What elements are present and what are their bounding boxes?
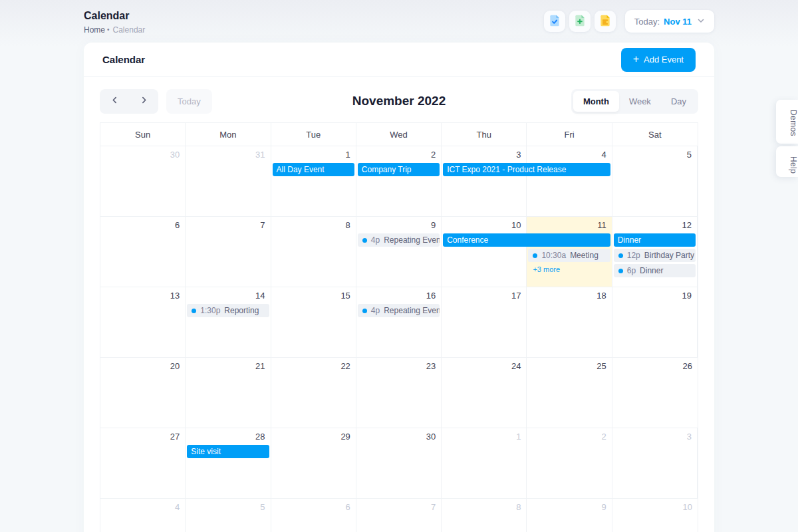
file-check-button[interactable] (544, 11, 565, 32)
calendar-day-cell[interactable]: 20 (100, 358, 186, 428)
calendar-event[interactable]: ICT Expo 2021 - Product Release (443, 163, 610, 176)
calendar-day-cell[interactable]: 4 (527, 146, 612, 217)
day-header-sun: Sun (100, 123, 186, 146)
day-number: 15 (271, 287, 356, 301)
calendar-event[interactable]: 4pRepeating Event (358, 233, 440, 247)
calendar-event[interactable]: 12pBirthday Party (614, 249, 696, 262)
day-number: 24 (442, 358, 526, 371)
day-header-fri: Fri (527, 123, 612, 146)
today-date-dropdown[interactable]: Today: Nov 11 (625, 10, 714, 33)
day-number: 1 (271, 146, 356, 160)
calendar-day-cell[interactable]: 29 (271, 428, 356, 499)
calendar-today-button[interactable]: Today (166, 89, 212, 114)
breadcrumb-home-link[interactable]: Home (84, 25, 105, 35)
day-number: 28 (186, 428, 270, 442)
calendar-day-cell[interactable]: 13 (100, 287, 186, 358)
calendar-event[interactable]: Dinner (614, 233, 696, 247)
calendar-day-cell[interactable]: 2 (356, 146, 442, 217)
calendar-day-cell[interactable]: 30 (100, 146, 186, 217)
calendar-week-row: 45678910 (100, 499, 698, 532)
calendar-event[interactable]: All Day Event (273, 163, 354, 176)
calendar-day-cell[interactable]: 30 (356, 428, 442, 499)
today-dropdown-value: Nov 11 (664, 17, 692, 27)
calendar-day-cell[interactable]: 1 (271, 146, 356, 217)
day-number: 10 (612, 499, 698, 512)
calendar-day-cell[interactable]: 2 (527, 428, 612, 499)
calendar-event[interactable]: Site visit (187, 445, 269, 458)
calendar-event[interactable]: 1:30pReporting (187, 304, 269, 317)
day-header-mon: Mon (186, 123, 271, 146)
event-title: Reporting (224, 306, 259, 315)
event-dot-icon (362, 309, 367, 313)
calendar-day-cell[interactable]: 27 (100, 428, 186, 499)
day-headers-row: SunMonTueWedThuFriSat (100, 123, 698, 146)
view-button-month[interactable]: Month (573, 91, 619, 112)
calendar-day-cell[interactable]: 9 (356, 217, 442, 287)
view-button-week[interactable]: Week (619, 91, 661, 112)
calendar-day-cell[interactable]: 9 (527, 499, 612, 532)
calendar-day-cell[interactable]: 6 (271, 499, 356, 532)
calendar-event[interactable]: Company Trip (358, 163, 440, 176)
event-title: Dinner (618, 235, 641, 245)
event-time: 4p (371, 235, 380, 245)
calendar-day-cell[interactable]: 8 (271, 217, 356, 287)
calendar-day-cell[interactable]: 22 (271, 358, 356, 428)
side-tab-help[interactable]: Help (776, 146, 798, 177)
calendar-day-cell[interactable]: 15 (271, 287, 356, 358)
calendar-day-cell[interactable]: 8 (442, 499, 527, 532)
event-dot-icon (362, 238, 367, 243)
calendar-day-cell[interactable]: 10 (612, 499, 698, 532)
calendar-day-cell[interactable]: 10 (442, 217, 527, 287)
calendar-event[interactable]: Conference (443, 233, 610, 247)
event-title: Repeating Event (384, 306, 440, 315)
calendar-day-cell[interactable]: 28 (186, 428, 271, 499)
calendar-day-cell[interactable]: 25 (527, 358, 612, 428)
calendar-day-cell[interactable]: 16 (356, 287, 442, 358)
file-lines-icon (598, 14, 612, 29)
calendar-event[interactable]: 6pDinner (614, 264, 696, 277)
file-plus-button[interactable] (569, 11, 591, 32)
event-dot-icon (192, 309, 196, 313)
day-number: 30 (356, 428, 441, 442)
card-title: Calendar (102, 54, 145, 65)
day-number: 17 (442, 287, 526, 301)
calendar-day-cell[interactable]: 23 (356, 358, 442, 428)
calendar-day-cell[interactable]: 14 (186, 287, 271, 358)
day-number: 20 (100, 358, 185, 371)
file-lines-button[interactable] (595, 11, 616, 32)
calendar-day-cell[interactable]: 7 (186, 217, 271, 287)
calendar-day-cell[interactable]: 7 (356, 499, 442, 532)
event-title: Birthday Party (644, 251, 694, 260)
calendar-week-row: 303112345All Day EventCompany TripICT Ex… (100, 146, 698, 217)
calendar-day-cell[interactable]: 31 (186, 146, 271, 217)
calendar-day-cell[interactable]: 17 (442, 287, 527, 358)
prev-month-button[interactable] (100, 89, 129, 114)
side-tab-demos[interactable]: Demos (776, 100, 798, 144)
calendar-day-cell[interactable]: 24 (442, 358, 527, 428)
day-number: 8 (442, 499, 526, 512)
more-events-link[interactable]: +3 more (528, 264, 565, 275)
calendar-week-row: 20212223242526 (100, 358, 698, 428)
calendar-day-cell[interactable]: 18 (527, 287, 612, 358)
calendar-day-cell[interactable]: 5 (612, 146, 698, 217)
calendar-event[interactable]: 10:30aMeeting (528, 249, 610, 262)
day-number: 12 (612, 217, 697, 230)
view-button-day[interactable]: Day (661, 91, 696, 112)
calendar-day-cell[interactable]: 26 (612, 358, 698, 428)
next-month-button[interactable] (129, 89, 158, 114)
calendar-day-cell[interactable]: 19 (612, 287, 698, 358)
calendar-day-cell[interactable]: 4 (100, 499, 186, 532)
calendar-day-cell[interactable]: 3 (612, 428, 698, 499)
calendar-day-cell[interactable]: 1 (442, 428, 527, 499)
calendar-toolbar: Today November 2022 MonthWeekDay (84, 77, 714, 114)
event-title: Site visit (191, 447, 221, 456)
day-number: 21 (186, 358, 270, 371)
day-number: 31 (186, 146, 270, 160)
calendar-day-cell[interactable]: 6 (100, 217, 186, 287)
calendar-event[interactable]: 4pRepeating Event (358, 304, 440, 317)
day-number: 6 (100, 217, 185, 230)
calendar-day-cell[interactable]: 5 (186, 499, 271, 532)
calendar-day-cell[interactable]: 3 (442, 146, 527, 217)
add-event-button[interactable]: + Add Event (621, 48, 696, 72)
calendar-day-cell[interactable]: 21 (186, 358, 271, 428)
